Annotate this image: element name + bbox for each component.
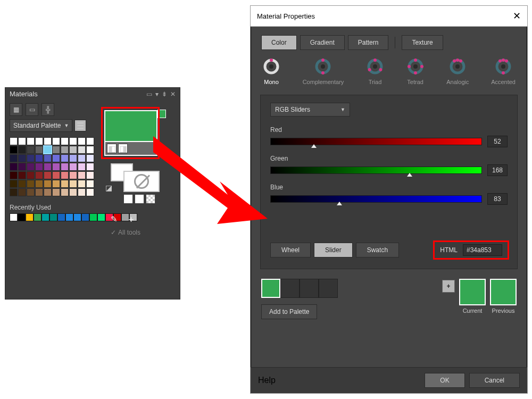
swatch[interactable] (18, 137, 26, 145)
swatch[interactable] (86, 180, 94, 188)
eyedropper-icon[interactable]: ✎ (111, 214, 118, 225)
swatch[interactable] (78, 188, 86, 196)
swatch[interactable] (69, 180, 77, 188)
swatch[interactable] (78, 180, 86, 188)
dock-icon[interactable]: ▭ (146, 90, 152, 98)
recent-swatch[interactable] (34, 213, 41, 221)
swatch[interactable] (78, 154, 86, 162)
add-current-button[interactable]: + (442, 280, 455, 293)
swatch[interactable] (27, 171, 35, 179)
swatch[interactable] (52, 163, 60, 171)
options-button[interactable]: ╬ (41, 103, 54, 116)
blue-slider-thumb[interactable] (337, 202, 342, 205)
swatch[interactable] (10, 171, 18, 179)
recent-swatch[interactable] (73, 213, 81, 221)
harmony-triad[interactable]: Triad (366, 57, 384, 85)
recent-swatch[interactable] (49, 213, 57, 221)
recent-swatch[interactable] (89, 213, 97, 221)
swatch[interactable] (18, 146, 26, 154)
swatch[interactable] (35, 154, 43, 162)
swap-fg-bg-icon[interactable]: ◪ (105, 184, 112, 192)
bg-gradient-style-button[interactable] (135, 194, 144, 204)
swatch[interactable] (35, 171, 43, 179)
add-material-icon[interactable]: ＋ (127, 214, 135, 225)
red-slider-thumb[interactable] (311, 144, 317, 148)
recent-swatch[interactable] (57, 213, 65, 221)
swatch[interactable] (52, 146, 60, 154)
swatch[interactable] (10, 154, 18, 162)
swatch[interactable] (18, 188, 26, 196)
swatch[interactable] (69, 171, 77, 179)
blue-slider[interactable] (270, 195, 482, 203)
swatch[interactable] (10, 188, 18, 196)
harmony-mono[interactable]: Mono (262, 57, 280, 85)
tab-texture[interactable]: Texture (402, 35, 443, 50)
swatch[interactable] (44, 163, 52, 171)
swatch[interactable] (52, 154, 60, 162)
custom-slot-2[interactable] (280, 279, 300, 298)
harmony-accented[interactable]: Accented (491, 57, 516, 85)
swatch[interactable] (52, 137, 60, 145)
palette-select[interactable]: Standard Palette ▼ (10, 119, 72, 132)
custom-slot-4[interactable] (319, 279, 338, 298)
swatch-grid[interactable] (10, 137, 95, 196)
solid-style-button[interactable]: ◧ (107, 144, 117, 153)
custom-slot-3[interactable] (300, 279, 319, 298)
green-slider[interactable] (270, 167, 482, 174)
tab-pattern[interactable]: Pattern (348, 35, 389, 50)
recent-swatch[interactable] (97, 213, 105, 221)
swatch[interactable] (86, 137, 94, 145)
recent-swatch[interactable] (81, 213, 89, 221)
swatch[interactable] (44, 146, 52, 154)
swatch[interactable] (44, 137, 52, 145)
swatch[interactable] (61, 180, 69, 188)
swatch[interactable] (86, 163, 94, 171)
slider-mode-select[interactable]: RGB Sliders ▼ (270, 103, 350, 117)
swatch[interactable] (18, 154, 26, 162)
tab-color[interactable]: Color (261, 35, 297, 50)
swatch[interactable] (69, 154, 77, 162)
swatch[interactable] (35, 180, 43, 188)
pin-icon[interactable]: ⇟ (162, 90, 167, 98)
view-wheel[interactable]: Wheel (270, 243, 311, 257)
swatch[interactable] (44, 180, 52, 188)
html-color-input[interactable]: #34a853 (463, 244, 502, 256)
swatch[interactable] (27, 180, 35, 188)
close-icon[interactable]: ✕ (513, 10, 521, 22)
harmony-analogic[interactable]: Analogic (446, 57, 469, 85)
swatch[interactable] (61, 137, 69, 145)
palette-manage-button[interactable]: ☰ (74, 120, 86, 131)
recent-swatch[interactable] (65, 213, 73, 221)
view-slider[interactable]: Slider (314, 243, 353, 257)
swatch[interactable] (10, 163, 18, 171)
swatch[interactable] (69, 137, 77, 145)
swatch[interactable] (52, 188, 60, 196)
add-to-palette-button[interactable]: Add to Palette (261, 304, 317, 319)
swatch[interactable] (78, 137, 86, 145)
gradient-style-button[interactable]: ◨ (118, 144, 128, 153)
swatch[interactable] (10, 180, 18, 188)
recent-swatch[interactable] (26, 213, 34, 221)
swatch[interactable] (52, 171, 60, 179)
swatch[interactable] (61, 154, 69, 162)
swatch[interactable] (69, 146, 77, 154)
swatch[interactable] (27, 188, 35, 196)
swatch[interactable] (78, 146, 86, 154)
recent-swatch[interactable] (10, 213, 18, 221)
swatch[interactable] (27, 163, 35, 171)
swatch[interactable] (27, 137, 35, 145)
swatch[interactable] (69, 163, 77, 171)
swatch[interactable] (61, 163, 69, 171)
list-view-button[interactable]: ▭ (26, 103, 38, 116)
swatch[interactable] (27, 146, 35, 154)
swatch[interactable] (61, 146, 69, 154)
red-value[interactable]: 52 (487, 136, 508, 147)
tab-gradient[interactable]: Gradient (300, 35, 345, 50)
swatch[interactable] (44, 188, 52, 196)
swatch[interactable] (86, 171, 94, 179)
current-color-swatch[interactable] (459, 279, 486, 305)
swatch[interactable] (61, 171, 69, 179)
swatch[interactable] (69, 188, 77, 196)
red-slider[interactable] (270, 138, 482, 145)
custom-slot-1[interactable] (261, 279, 280, 298)
